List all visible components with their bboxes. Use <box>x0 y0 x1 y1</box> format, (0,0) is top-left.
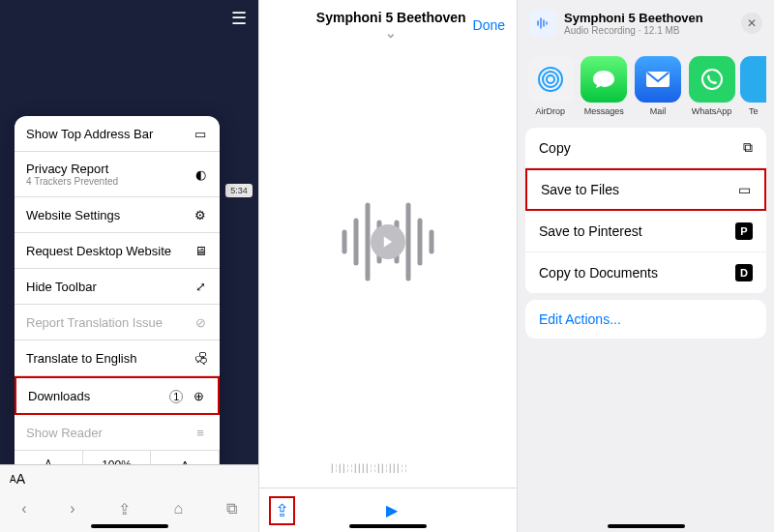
menu-show-top-address[interactable]: Show Top Address Bar ▭ <box>15 116 220 152</box>
share-button[interactable]: ⇪ <box>269 496 295 525</box>
app-airdrop[interactable]: AirDrop <box>525 56 576 116</box>
shield-icon: ◐ <box>193 166 208 182</box>
menu-downloads[interactable]: Downloads 1 ⊕ <box>15 376 220 415</box>
downloads-count: 1 <box>169 390 183 403</box>
folder-icon: ▭ <box>738 182 751 197</box>
label: Request Desktop Website <box>26 244 171 258</box>
label: Privacy Report <box>26 162 108 176</box>
label: Report Translation Issue <box>26 315 163 330</box>
copy-icon: ⧉ <box>743 139 753 156</box>
forward-button[interactable]: › <box>70 500 74 517</box>
sublabel: 4 Trackers Prevented <box>26 176 118 187</box>
bookmarks-button[interactable]: ⌂ <box>174 500 184 517</box>
menu-translate[interactable]: Translate to English 🗫 <box>15 340 220 376</box>
translate-icon: 🗫 <box>193 350 208 366</box>
audio-preview-pane: Symphoni 5 Beethoven ⌄ Done ┃╎ <box>258 0 517 532</box>
safari-toolbar: AA ‹ › ⇪ ⌂ ⧉ <box>0 464 258 532</box>
action-copy-documents[interactable]: Copy to Documents D <box>525 252 766 294</box>
telegram-icon <box>740 56 766 103</box>
menu-request-desktop[interactable]: Request Desktop Website 🖥 <box>15 233 220 269</box>
video-time: 5:34 <box>225 184 253 197</box>
label: Hide Toolbar <box>26 280 97 294</box>
action-copy[interactable]: Copy ⧉ <box>525 128 766 168</box>
share-title: Symphoni 5 Beethoven <box>564 11 703 25</box>
app-messages[interactable]: Messages <box>580 56 630 116</box>
timeline-waveform[interactable]: ┃╎┃┃╎╎┃┃┃┃╎╎┃┃╎┃┃┃╎╎ <box>330 464 446 484</box>
app-more[interactable]: Te <box>740 56 766 116</box>
action-save-pinterest[interactable]: Save to Pinterest P <box>525 211 766 252</box>
play-button[interactable] <box>371 224 405 259</box>
aa-menu: Show Top Address Bar ▭ Privacy Report 4 … <box>15 116 220 482</box>
home-indicator[interactable] <box>349 524 427 528</box>
file-thumb-icon <box>529 10 556 37</box>
whatsapp-icon <box>689 56 735 103</box>
nav-bar: ☰ <box>0 0 258 29</box>
menu-hide-toolbar[interactable]: Hide Toolbar ⤢ <box>15 269 220 305</box>
menu-report-translation: Report Translation Issue ⊘ <box>15 305 220 340</box>
messages-icon <box>580 56 627 103</box>
airdrop-icon <box>527 56 574 103</box>
safari-pane: ☰ 5:34 Show Top Address Bar ▭ Privacy Re… <box>0 0 258 532</box>
hamburger-icon[interactable]: ☰ <box>231 8 247 29</box>
preview-title: Symphoni 5 Beethoven ⌄ <box>310 10 473 41</box>
label: Downloads <box>28 389 90 403</box>
app-whatsapp[interactable]: WhatsApp <box>687 56 737 116</box>
rect-icon: ▭ <box>193 126 208 141</box>
mail-icon <box>635 56 681 103</box>
pinterest-icon: P <box>735 222 753 240</box>
edit-actions-link[interactable]: Edit Actions... <box>525 300 766 339</box>
download-icon: ⊕ <box>191 388 206 403</box>
label: Translate to English <box>26 351 136 366</box>
menu-website-settings[interactable]: Website Settings ⚙ <box>15 197 220 233</box>
back-button[interactable]: ‹ <box>21 500 26 517</box>
waveform-art <box>330 193 446 290</box>
bubble-icon: ⊘ <box>193 314 208 330</box>
expand-icon: ⤢ <box>193 279 208 294</box>
home-indicator[interactable] <box>91 524 168 528</box>
documents-icon: D <box>735 264 753 281</box>
svg-point-13 <box>543 72 558 87</box>
share-subtitle: Audio Recording · 12.1 MB <box>564 25 703 36</box>
label: Show Top Address Bar <box>26 127 153 141</box>
done-button[interactable]: Done <box>473 17 505 33</box>
share-header: Symphoni 5 Beethoven Audio Recording · 1… <box>518 0 774 46</box>
menu-privacy-report[interactable]: Privacy Report 4 Trackers Prevented ◐ <box>15 152 220 197</box>
gear-icon: ⚙ <box>193 207 208 222</box>
share-apps-row: AirDrop Messages Mail WhatsApp <box>518 46 774 122</box>
share-button[interactable]: ⇪ <box>118 500 131 518</box>
preview-header: Symphoni 5 Beethoven ⌄ Done <box>259 0 517 46</box>
home-indicator[interactable] <box>608 524 685 528</box>
share-sheet-pane: Symphoni 5 Beethoven Audio Recording · 1… <box>517 0 774 532</box>
svg-point-12 <box>547 75 554 83</box>
reader-icon: ≡ <box>193 425 208 440</box>
label: Website Settings <box>26 208 120 222</box>
label: Show Reader <box>26 426 103 440</box>
aa-button[interactable]: AA <box>0 465 258 492</box>
play-toolbar-button[interactable]: ▶ <box>386 501 398 519</box>
app-mail[interactable]: Mail <box>633 56 683 116</box>
menu-show-reader: Show Reader ≡ <box>15 415 220 451</box>
close-button[interactable]: ✕ <box>741 13 762 34</box>
svg-point-16 <box>702 70 722 89</box>
desktop-icon: 🖥 <box>193 243 208 258</box>
share-actions: Copy ⧉ Save to Files ▭ Save to Pinterest… <box>525 128 766 294</box>
action-save-to-files[interactable]: Save to Files ▭ <box>525 168 766 211</box>
tabs-button[interactable]: ⧉ <box>226 500 237 517</box>
